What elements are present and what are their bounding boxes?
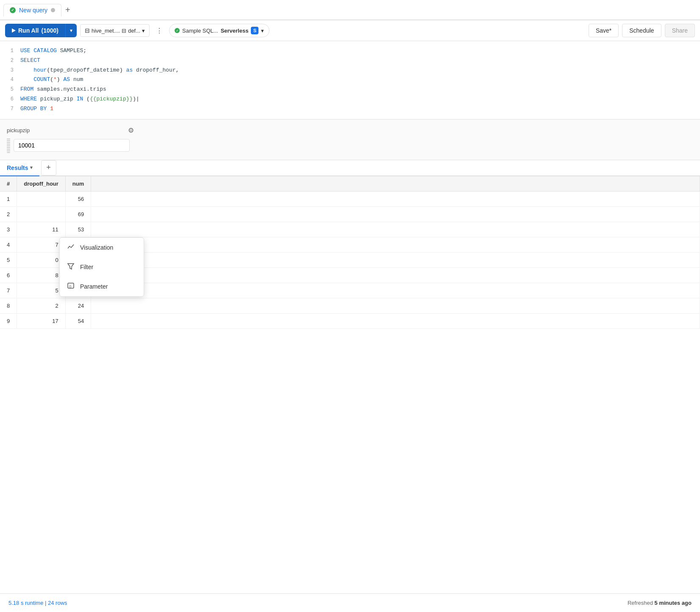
cell-row-9: 9	[0, 313, 17, 328]
svg-text:{}: {}	[69, 284, 72, 288]
parameter-section: pickupzip ⚙	[0, 120, 700, 160]
catalog-label: hive_met....	[92, 28, 120, 34]
toolbar: Run All (1000) ▾ ⊟ hive_met.... ⊟ def...…	[0, 20, 700, 41]
filter-label: Filter	[80, 264, 93, 270]
cell-num-3: 53	[65, 222, 91, 237]
cell-dropoff-2	[17, 206, 66, 222]
add-tab-button[interactable]: +	[61, 3, 74, 16]
cell-row-6: 6	[0, 267, 17, 283]
refreshed-prefix: Refreshed	[628, 600, 655, 606]
table-header-row: # dropoff_hour num	[0, 176, 700, 192]
catalog-icon: ⊟	[85, 27, 90, 34]
filter-menu-item[interactable]: Filter	[60, 257, 144, 277]
parameter-name: pickupzip	[7, 127, 30, 134]
parameter-icon: {}	[67, 282, 75, 291]
filter-icon	[67, 262, 75, 272]
catalog-sep: ⊟	[122, 28, 126, 34]
add-result-tab-button[interactable]: +	[41, 160, 56, 175]
catalog-chevron: ▾	[142, 28, 145, 34]
cell-row-4: 4	[0, 237, 17, 252]
code-line-4: 4 COUNT(*) AS num	[0, 75, 700, 85]
run-dropdown-button[interactable]: ▾	[65, 24, 77, 37]
run-count: (1000)	[41, 27, 58, 34]
col-header-row-num: #	[0, 176, 17, 192]
run-all-button[interactable]: Run All (1000)	[5, 24, 65, 37]
results-tabs: Results ▾ +	[0, 160, 700, 176]
parameter-label: pickupzip ⚙	[7, 126, 134, 134]
table-row: 8 2 24	[0, 298, 700, 313]
cell-num-8: 24	[65, 298, 91, 313]
code-line-6: 6 WHERE pickup_zip IN ({{pickupzip}})|	[0, 95, 700, 104]
schedule-button[interactable]: Schedule	[622, 24, 661, 37]
table-row: 3 11 53	[0, 222, 700, 237]
tab-bar: New query +	[0, 0, 700, 20]
cell-row-2: 2	[0, 206, 17, 222]
query-status-icon	[175, 28, 180, 33]
query-name-label[interactable]: Sample SQL... Serverless S ▾	[169, 24, 269, 37]
parameter-label: Parameter	[80, 283, 108, 290]
runtime-status: 5.18 s runtime | 24 rows	[8, 600, 67, 606]
save-button[interactable]: Save*	[589, 24, 619, 37]
code-line-7: 7 GROUP BY 1	[0, 104, 700, 114]
serverless-label: Serverless	[221, 28, 249, 34]
visualization-label: Visualization	[80, 244, 113, 251]
svg-marker-0	[68, 264, 74, 269]
parameter-input[interactable]	[14, 139, 130, 152]
share-button[interactable]: Share	[665, 24, 695, 37]
query-name: Sample SQL...	[182, 28, 218, 34]
visualization-menu-item[interactable]: Visualization	[60, 238, 144, 257]
parameter-input-wrap	[7, 138, 130, 153]
cell-dropoff-4: 7	[17, 237, 66, 252]
results-tab-label: Results	[7, 164, 28, 171]
run-button-group: Run All (1000) ▾	[5, 24, 77, 37]
cell-dropoff-1	[17, 191, 66, 206]
status-bar: 5.18 s runtime | 24 rows Refreshed 5 min…	[0, 593, 700, 612]
col-header-empty	[91, 176, 700, 192]
cell-dropoff-8: 2	[17, 298, 66, 313]
cell-dropoff-6: 8	[17, 267, 66, 283]
parameter-drag-handle[interactable]	[7, 138, 10, 153]
cell-num-2: 69	[65, 206, 91, 222]
code-line-5: 5 FROM samples.nyctaxi.trips	[0, 85, 700, 95]
code-line-3: 3 hour(tpep_dropoff_datetime) as dropoff…	[0, 66, 700, 75]
cell-num-1: 56	[65, 191, 91, 206]
tab-label: New query	[19, 7, 47, 14]
serverless-chevron: ▾	[261, 28, 264, 34]
cell-dropoff-9: 17	[17, 313, 66, 328]
cell-num-9: 54	[65, 313, 91, 328]
refresh-status: Refreshed 5 minutes ago	[628, 600, 692, 606]
results-tab[interactable]: Results ▾	[0, 160, 39, 176]
tab-close-dot[interactable]	[51, 8, 55, 12]
cell-row-7: 7	[0, 283, 17, 298]
cell-row-5: 5	[0, 252, 17, 267]
col-header-num: num	[65, 176, 91, 192]
cell-dropoff-7: 5	[17, 283, 66, 298]
col-header-dropoff-hour: dropoff_hour	[17, 176, 66, 192]
cell-dropoff-5: 0	[17, 252, 66, 267]
schema-label: def...	[128, 28, 140, 34]
parameter-menu-item[interactable]: {} Parameter	[60, 277, 144, 296]
table-row: 9 17 54	[0, 313, 700, 328]
cell-row-8: 8	[0, 298, 17, 313]
code-line-2: 2 SELECT	[0, 56, 700, 66]
tab-check-icon	[10, 7, 16, 13]
run-dropdown-arrow: ▾	[70, 28, 72, 33]
results-tab-chevron: ▾	[30, 165, 33, 170]
more-options-button[interactable]: ⋮	[153, 24, 166, 37]
cell-dropoff-3: 11	[17, 222, 66, 237]
refreshed-time: 5 minutes ago	[655, 600, 692, 606]
table-row: 1 56	[0, 191, 700, 206]
tab-new-query[interactable]: New query	[3, 4, 61, 17]
visualization-icon	[67, 243, 75, 252]
cell-row-3: 3	[0, 222, 17, 237]
cell-row-1: 1	[0, 191, 17, 206]
add-panel-dropdown: Visualization Filter {} Parameter	[59, 237, 144, 297]
table-row: 2 69	[0, 206, 700, 222]
code-editor[interactable]: 1 USE CATALOG SAMPLES; 2 SELECT 3 hour(t…	[0, 41, 700, 120]
code-line-1: 1 USE CATALOG SAMPLES;	[0, 46, 700, 56]
run-label: Run All	[18, 27, 39, 34]
serverless-s-badge: S	[251, 27, 258, 34]
play-icon	[12, 28, 16, 33]
catalog-selector[interactable]: ⊟ hive_met.... ⊟ def... ▾	[80, 24, 150, 37]
parameter-gear-icon[interactable]: ⚙	[128, 126, 134, 134]
